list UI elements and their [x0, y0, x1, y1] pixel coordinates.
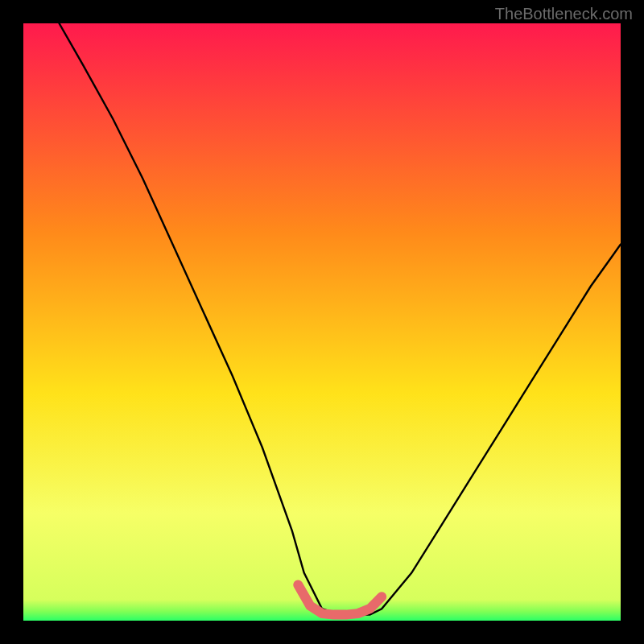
- bottleneck-chart: [23, 23, 621, 621]
- watermark-text: TheBottleneck.com: [495, 5, 633, 23]
- gradient-background: [23, 23, 621, 621]
- chart-container: { "watermark": "TheBottleneck.com", "col…: [0, 0, 644, 644]
